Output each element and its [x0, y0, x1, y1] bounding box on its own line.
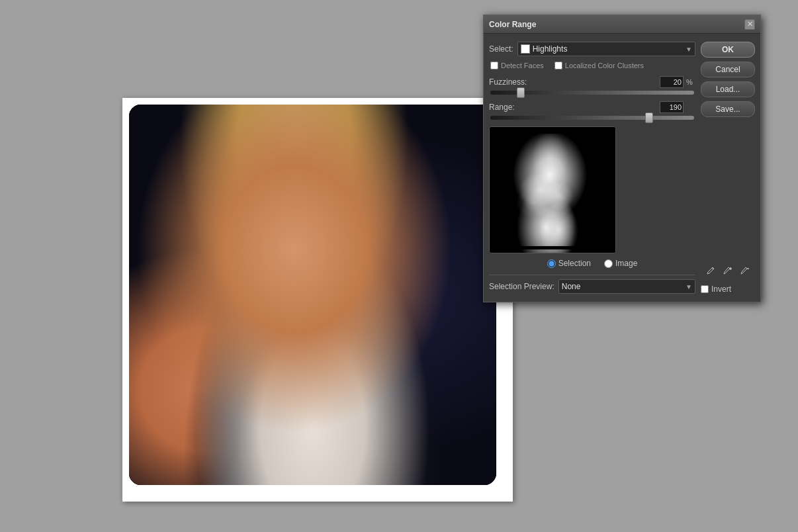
select-value: Highlights	[533, 44, 568, 54]
close-button[interactable]: ✕	[744, 19, 755, 30]
load-button[interactable]: Load...	[701, 81, 755, 97]
photo-container	[122, 98, 513, 502]
fuzziness-slider-container	[489, 91, 695, 95]
photo-inner	[129, 105, 496, 485]
fuzziness-row: Fuzziness: %	[489, 76, 695, 88]
localized-clusters-label: Localized Color Clusters	[565, 62, 644, 69]
preview-image	[490, 127, 615, 253]
select-label: Select:	[489, 44, 513, 54]
invert-row: Invert	[701, 285, 755, 294]
selection-radio-text: Selection	[558, 259, 591, 268]
eyedropper-subtract-button[interactable]	[738, 263, 752, 278]
eyedropper-subtract-icon	[740, 266, 750, 275]
fuzziness-label: Fuzziness:	[489, 77, 657, 87]
face-layer	[129, 105, 496, 485]
radio-row: Selection Image	[489, 259, 695, 268]
color-range-dialog: Color Range ✕ Select: Highlights ▼	[483, 15, 761, 302]
eyedropper-add-icon	[723, 266, 732, 275]
image-radio[interactable]	[604, 259, 613, 268]
fuzziness-input[interactable]	[660, 76, 684, 88]
preview-container	[489, 126, 616, 253]
dropdown-text: Highlights	[521, 44, 568, 54]
ok-button[interactable]: OK	[701, 42, 755, 58]
selection-preview-label: Selection Preview:	[489, 282, 554, 291]
range-slider-thumb[interactable]	[645, 112, 653, 123]
selection-radio[interactable]	[547, 259, 556, 268]
range-label: Range:	[489, 103, 657, 112]
range-slider-container	[489, 116, 695, 120]
eyedropper-row	[701, 263, 755, 278]
canvas-area	[0, 0, 529, 532]
dialog-right-panel: OK Cancel Load... Save...	[701, 42, 755, 294]
range-row: Range:	[489, 101, 695, 113]
image-radio-label[interactable]: Image	[604, 259, 637, 268]
selection-preview-dropdown[interactable]: None ▼	[558, 279, 695, 294]
eyedropper-sample-button[interactable]	[703, 263, 718, 278]
eyedropper-icon	[706, 266, 715, 275]
eyedropper-add-button[interactable]	[721, 263, 735, 278]
selection-preview-value: None	[562, 282, 581, 291]
checkboxes-row: Detect Faces Localized Color Clusters	[489, 62, 695, 69]
cancel-button[interactable]: Cancel	[701, 62, 755, 77]
selection-preview-row: Selection Preview: None ▼	[489, 275, 695, 294]
dialog-titlebar: Color Range ✕	[484, 15, 760, 34]
image-radio-text: Image	[615, 259, 637, 268]
invert-checkbox[interactable]	[701, 285, 709, 293]
invert-label: Invert	[711, 285, 731, 294]
range-input[interactable]	[660, 101, 684, 113]
save-button[interactable]: Save...	[701, 101, 755, 117]
range-slider-track[interactable]	[490, 116, 694, 120]
localized-clusters-checkbox-label[interactable]: Localized Color Clusters	[554, 62, 644, 69]
detect-faces-checkbox[interactable]	[490, 62, 498, 69]
selection-radio-label[interactable]: Selection	[547, 259, 591, 268]
detect-faces-checkbox-label[interactable]: Detect Faces	[490, 62, 544, 69]
fuzziness-slider-track[interactable]	[490, 91, 694, 95]
fuzziness-unit: %	[686, 78, 695, 86]
select-row: Select: Highlights ▼	[489, 42, 695, 56]
fuzziness-slider-thumb[interactable]	[517, 87, 525, 98]
photo-image	[129, 105, 496, 485]
localized-clusters-checkbox[interactable]	[554, 62, 562, 69]
preview-face	[490, 127, 615, 253]
select-dropdown[interactable]: Highlights ▼	[517, 42, 695, 56]
chevron-down-icon-2: ▼	[686, 283, 692, 290]
detect-faces-label: Detect Faces	[501, 62, 544, 69]
dialog-body: Select: Highlights ▼ Detect Faces	[484, 34, 760, 302]
dialog-title: Color Range	[489, 20, 536, 29]
highlight-swatch	[521, 44, 530, 54]
dialog-left-panel: Select: Highlights ▼ Detect Faces	[489, 42, 695, 294]
chevron-down-icon: ▼	[686, 46, 692, 53]
